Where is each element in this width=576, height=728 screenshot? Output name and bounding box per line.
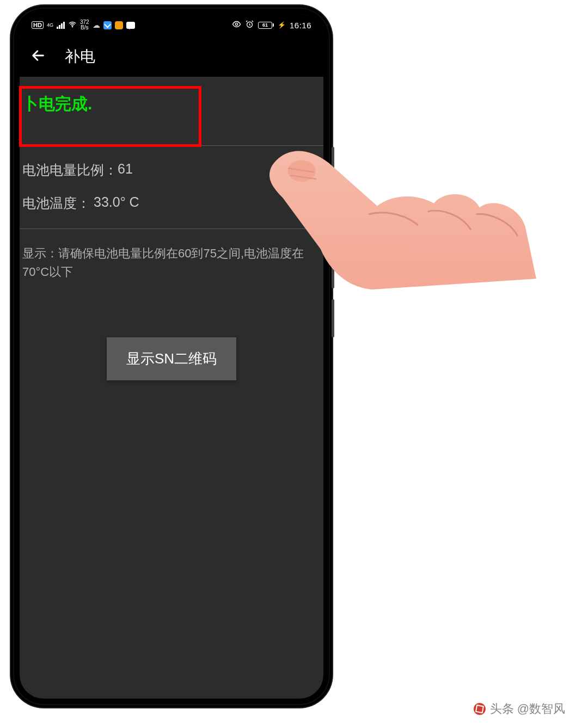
clock: 16:16: [290, 21, 311, 30]
hint-block: 显示：请确保电池电量比例在60到75之间,电池温度在70°C以下: [20, 229, 323, 297]
hint-text: 显示：请确保电池电量比例在60到75之间,电池温度在70°C以下: [22, 244, 321, 281]
watermark-logo-icon: [474, 703, 486, 715]
cloud-icon: ☁: [93, 21, 100, 29]
battery-temp-value: 33.0° C: [94, 194, 139, 212]
title-bar: 补电: [20, 36, 323, 77]
phone-bezel: HD 4G 372 B/s ☁: [14, 9, 329, 704]
show-sn-qr-button[interactable]: 显示SN二维码: [107, 337, 236, 380]
back-button[interactable]: [30, 48, 46, 65]
battery-ratio-value: 61: [118, 161, 133, 179]
battery-icon: 61: [258, 22, 274, 29]
battery-temp-label: 电池温度：: [22, 194, 90, 212]
completion-status-text: 卜电完成.: [22, 95, 92, 113]
power-button[interactable]: [332, 299, 334, 337]
battery-temp-row: 电池温度： 33.0° C: [22, 194, 321, 212]
battery-info-block: 电池电量比例： 61 电池温度： 33.0° C: [20, 146, 323, 229]
signal-icon: [57, 22, 65, 29]
network-gen-label: 4G: [47, 23, 53, 28]
battery-charging-icon: ⚡: [278, 21, 286, 29]
svg-point-0: [72, 26, 72, 27]
chat-icon: [126, 22, 135, 29]
phone-frame: HD 4G 372 B/s ☁: [11, 5, 332, 707]
svg-point-1: [235, 23, 237, 25]
status-right: 61 ⚡ 16:16: [232, 20, 311, 30]
network-speed: 372 B/s: [80, 20, 89, 30]
volume-up-button[interactable]: [332, 147, 334, 212]
app-notif-icon-2: [115, 21, 123, 29]
watermark-text: 头条 @数智风: [490, 701, 565, 717]
battery-ratio-row: 电池电量比例： 61: [22, 161, 321, 179]
wifi-icon: [68, 20, 77, 30]
battery-ratio-label: 电池电量比例：: [22, 161, 118, 179]
hd-icon: HD: [32, 21, 44, 29]
completion-status-block: 卜电完成.: [20, 77, 323, 145]
page-title: 补电: [65, 46, 95, 67]
content-area: 卜电完成. 电池电量比例： 61 电池温度： 33.0° C 显示：请确保电池电…: [20, 77, 323, 380]
watermark: 头条 @数智风: [474, 701, 565, 717]
volume-down-button[interactable]: [332, 223, 334, 288]
alarm-icon: [245, 20, 254, 30]
button-row: 显示SN二维码: [20, 297, 323, 380]
eye-comfort-icon: [232, 20, 241, 30]
screen: HD 4G 372 B/s ☁: [20, 14, 323, 699]
app-notif-icon-1: [103, 21, 112, 29]
status-left: HD 4G 372 B/s ☁: [32, 20, 135, 30]
status-bar: HD 4G 372 B/s ☁: [20, 14, 323, 36]
